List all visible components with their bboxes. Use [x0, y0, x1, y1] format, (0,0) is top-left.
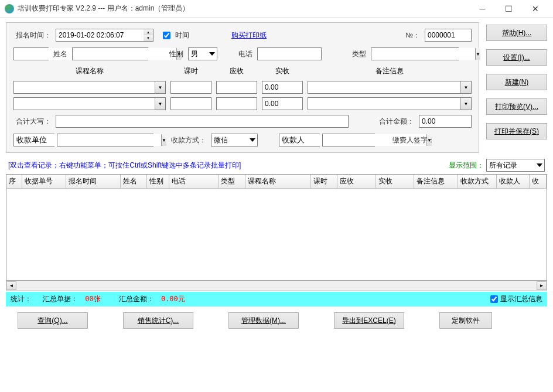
remark-input-2[interactable]	[308, 98, 460, 110]
remark-input-1[interactable]	[308, 81, 460, 93]
table-header-cell[interactable]: 备注信息	[414, 175, 458, 188]
dropdown-icon[interactable]: ▼	[475, 48, 480, 60]
table-header-cell[interactable]: 应收	[337, 175, 376, 188]
table-header-cell[interactable]: 收	[530, 175, 547, 188]
records-table[interactable]: 序收据单号报名时间姓名性别电话类型课程名称课时应收实收备注信息收款方式收款人收	[6, 174, 547, 281]
course-name-input-2[interactable]	[14, 98, 155, 110]
sales-stat-button[interactable]: 销售统计C)...	[123, 312, 193, 329]
table-header-cell[interactable]: 收款方式	[458, 175, 497, 188]
table-header-cell[interactable]: 姓名	[121, 175, 147, 188]
col-receivable: 应收	[230, 66, 244, 77]
reg-time-label: 报名时间：	[13, 30, 53, 40]
gender-label: 性别	[167, 49, 186, 59]
table-header-cell[interactable]: 电话	[169, 175, 219, 188]
close-button[interactable]: ✕	[522, 1, 548, 17]
hours-input-1[interactable]	[170, 81, 211, 94]
dropdown-icon[interactable]: ▼	[460, 81, 471, 93]
summary-toggle-label: 显示汇总信息	[500, 294, 542, 304]
stat-label: 统计：	[11, 295, 32, 303]
pay-method-label: 收款方式：	[169, 135, 209, 145]
range-select[interactable]: 所有记录	[486, 159, 545, 172]
table-header-cell[interactable]: 序	[6, 175, 22, 188]
no-input[interactable]	[425, 29, 472, 42]
hint-text: [双击查看记录；右键功能菜单；可按住Ctrl或Shift键选中多条记录批量打印]	[8, 161, 241, 171]
hours-input-2[interactable]	[170, 97, 211, 110]
reg-time-input[interactable]	[56, 29, 144, 42]
horizontal-scrollbar[interactable]: ◄ ►	[6, 281, 547, 291]
col-hours: 课时	[184, 66, 198, 77]
phone-input[interactable]	[257, 47, 322, 60]
export-excel-button[interactable]: 导出到EXCEL(E)	[334, 312, 404, 329]
sign-label: 缴费人签字：	[390, 135, 437, 145]
count-label: 汇总单据：	[43, 295, 78, 303]
new-button[interactable]: 新建(N)	[486, 74, 547, 90]
help-button[interactable]: 帮助(H)...	[486, 25, 547, 41]
gender-select[interactable]: 男	[188, 47, 217, 60]
receivable-input-2[interactable]	[216, 97, 257, 110]
name-label: 姓名	[51, 49, 70, 59]
no-label: №：	[403, 30, 422, 40]
type-input[interactable]	[371, 48, 475, 60]
app-icon	[5, 4, 14, 13]
table-header-cell[interactable]: 类型	[219, 175, 245, 188]
dropdown-icon[interactable]: ▼	[161, 134, 166, 146]
settings-button[interactable]: 设置(I)...	[486, 49, 547, 66]
time-spinner[interactable]: ▲▼	[144, 29, 153, 42]
course-name-input-1[interactable]	[14, 81, 155, 93]
table-header-cell[interactable]: 性别	[147, 175, 169, 188]
table-header-cell[interactable]: 收据单号	[22, 175, 66, 188]
buy-paper-link[interactable]: 购买打印纸	[231, 30, 267, 40]
time-checkbox[interactable]	[163, 32, 170, 39]
count-value: 00张	[85, 295, 100, 303]
capital-total-input[interactable]	[56, 115, 349, 128]
form-panel: 报名时间： ▲▼ 时间 购买打印纸 №： ▼	[6, 22, 479, 153]
unit-input[interactable]	[57, 134, 161, 146]
col-received: 实收	[275, 66, 289, 77]
capital-total-label: 合计大写：	[13, 117, 53, 127]
pay-method-select[interactable]: 微信	[211, 134, 258, 146]
table-body	[6, 189, 547, 277]
titlebar: 培训收费打印专家 V2.2.9 --- 用户名：admin（管理员） ─ ☐ ✕	[0, 0, 553, 18]
amount-label: 汇总金额：	[119, 295, 154, 303]
time-checkbox-label: 时间	[173, 30, 192, 40]
custom-software-button[interactable]: 定制软件	[439, 312, 492, 329]
dropdown-icon[interactable]: ▼	[155, 98, 165, 110]
received-input-1[interactable]	[262, 81, 303, 94]
table-header-cell[interactable]: 实收	[376, 175, 415, 188]
minimize-button[interactable]: ─	[469, 1, 496, 17]
received-input-2[interactable]	[262, 97, 303, 110]
table-header-cell[interactable]: 收款人	[497, 175, 530, 188]
col-course-name: 课程名称	[76, 66, 104, 77]
range-label: 显示范围：	[449, 161, 484, 171]
scroll-right-icon[interactable]: ►	[537, 281, 547, 290]
dropdown-icon[interactable]: ▼	[460, 98, 471, 110]
print-preview-button[interactable]: 打印预览(V)...	[486, 98, 547, 115]
phone-label: 电话	[236, 49, 255, 59]
receivable-input-1[interactable]	[216, 81, 257, 94]
print-save-button[interactable]: 打印并保存(S)	[486, 123, 547, 139]
window-title: 培训收费打印专家 V2.2.9 --- 用户名：admin（管理员）	[18, 4, 469, 13]
scroll-left-icon[interactable]: ◄	[6, 281, 16, 290]
table-header-cell[interactable]: 报名时间	[66, 175, 121, 188]
maximize-button[interactable]: ☐	[496, 1, 522, 17]
summary-bar: 统计： 汇总单据：00张 汇总金额：0.00元 显示汇总信息	[6, 292, 547, 306]
summary-toggle-checkbox[interactable]	[490, 295, 498, 303]
amount-value: 0.00元	[161, 295, 185, 303]
type-label: 类型	[350, 49, 368, 59]
amount-total-label: 合计金额：	[377, 117, 417, 127]
query-button[interactable]: 查询(Q)...	[18, 312, 88, 329]
name-input[interactable]	[73, 48, 176, 60]
table-header-cell[interactable]: 课时	[311, 175, 337, 188]
spinner-down-icon[interactable]: ▼	[144, 35, 153, 41]
dropdown-icon[interactable]: ▼	[155, 81, 165, 93]
amount-total-input[interactable]	[419, 115, 472, 128]
table-header-cell[interactable]: 课程名称	[245, 175, 311, 188]
spinner-up-icon[interactable]: ▲	[144, 29, 153, 35]
col-remark: 备注信息	[376, 66, 404, 77]
manage-data-button[interactable]: 管理数据(M)...	[228, 312, 299, 329]
